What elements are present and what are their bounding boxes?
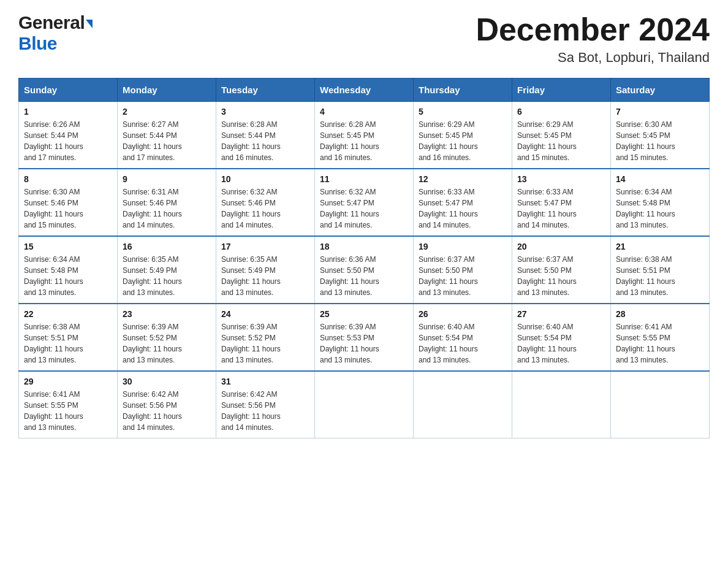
day-info: Sunrise: 6:30 AM Sunset: 5:45 PM Dayligh… xyxy=(616,119,704,163)
day-info: Sunrise: 6:32 AM Sunset: 5:46 PM Dayligh… xyxy=(221,186,309,231)
day-info: Sunrise: 6:40 AM Sunset: 5:54 PM Dayligh… xyxy=(419,321,507,366)
day-number: 5 xyxy=(419,107,507,117)
day-info: Sunrise: 6:42 AM Sunset: 5:56 PM Dayligh… xyxy=(221,389,309,433)
calendar-day-cell: 25 Sunrise: 6:39 AM Sunset: 5:53 PM Dayl… xyxy=(315,304,414,371)
calendar-day-cell: 30 Sunrise: 6:42 AM Sunset: 5:56 PM Dayl… xyxy=(118,371,216,439)
day-number: 15 xyxy=(24,242,112,251)
day-number: 19 xyxy=(419,242,507,251)
calendar-day-cell: 24 Sunrise: 6:39 AM Sunset: 5:52 PM Dayl… xyxy=(216,304,315,371)
day-number: 12 xyxy=(419,174,507,184)
calendar-day-cell xyxy=(611,371,710,439)
day-info: Sunrise: 6:32 AM Sunset: 5:47 PM Dayligh… xyxy=(320,186,408,231)
day-info: Sunrise: 6:38 AM Sunset: 5:51 PM Dayligh… xyxy=(616,254,704,298)
day-number: 6 xyxy=(517,107,605,117)
calendar-week-row: 1 Sunrise: 6:26 AM Sunset: 5:44 PM Dayli… xyxy=(19,102,710,169)
calendar-table: Sunday Monday Tuesday Wednesday Thursday… xyxy=(18,78,710,439)
day-info: Sunrise: 6:42 AM Sunset: 5:56 PM Dayligh… xyxy=(123,389,211,433)
calendar-week-row: 22 Sunrise: 6:38 AM Sunset: 5:51 PM Dayl… xyxy=(19,304,710,371)
day-info: Sunrise: 6:28 AM Sunset: 5:44 PM Dayligh… xyxy=(221,119,309,163)
day-number: 24 xyxy=(221,309,309,319)
header-thursday: Thursday xyxy=(414,79,512,102)
day-number: 8 xyxy=(24,174,112,184)
day-info: Sunrise: 6:34 AM Sunset: 5:48 PM Dayligh… xyxy=(616,186,704,231)
calendar-subtitle: Sa Bot, Lopburi, Thailand xyxy=(476,50,710,66)
day-info: Sunrise: 6:28 AM Sunset: 5:45 PM Dayligh… xyxy=(320,119,408,163)
calendar-header-row: Sunday Monday Tuesday Wednesday Thursday… xyxy=(19,79,710,102)
day-info: Sunrise: 6:29 AM Sunset: 5:45 PM Dayligh… xyxy=(517,119,605,163)
day-number: 29 xyxy=(24,377,112,386)
day-info: Sunrise: 6:39 AM Sunset: 5:52 PM Dayligh… xyxy=(221,321,309,366)
calendar-day-cell: 7 Sunrise: 6:30 AM Sunset: 5:45 PM Dayli… xyxy=(611,102,710,169)
day-info: Sunrise: 6:40 AM Sunset: 5:54 PM Dayligh… xyxy=(517,321,605,366)
day-number: 26 xyxy=(419,309,507,319)
day-number: 21 xyxy=(616,242,704,251)
day-number: 3 xyxy=(221,107,309,117)
day-info: Sunrise: 6:37 AM Sunset: 5:50 PM Dayligh… xyxy=(517,254,605,298)
calendar-day-cell: 3 Sunrise: 6:28 AM Sunset: 5:44 PM Dayli… xyxy=(216,102,315,169)
day-info: Sunrise: 6:41 AM Sunset: 5:55 PM Dayligh… xyxy=(616,321,704,366)
calendar-day-cell: 26 Sunrise: 6:40 AM Sunset: 5:54 PM Dayl… xyxy=(414,304,512,371)
day-info: Sunrise: 6:26 AM Sunset: 5:44 PM Dayligh… xyxy=(24,119,112,163)
calendar-day-cell: 27 Sunrise: 6:40 AM Sunset: 5:54 PM Dayl… xyxy=(512,304,611,371)
header-sunday: Sunday xyxy=(19,79,118,102)
day-number: 11 xyxy=(320,174,408,184)
logo-blue-text: Blue xyxy=(18,33,57,53)
calendar-day-cell: 20 Sunrise: 6:37 AM Sunset: 5:50 PM Dayl… xyxy=(512,236,611,304)
day-number: 10 xyxy=(221,174,309,184)
day-number: 17 xyxy=(221,242,309,251)
logo-arrow-icon xyxy=(86,20,93,28)
calendar-day-cell: 17 Sunrise: 6:35 AM Sunset: 5:49 PM Dayl… xyxy=(216,236,315,304)
day-number: 20 xyxy=(517,242,605,251)
day-info: Sunrise: 6:35 AM Sunset: 5:49 PM Dayligh… xyxy=(123,254,211,298)
header-tuesday: Tuesday xyxy=(216,79,315,102)
calendar-week-row: 29 Sunrise: 6:41 AM Sunset: 5:55 PM Dayl… xyxy=(19,371,710,439)
title-block: December 2024 Sa Bot, Lopburi, Thailand xyxy=(476,12,710,66)
day-number: 16 xyxy=(123,242,211,251)
calendar-week-row: 8 Sunrise: 6:30 AM Sunset: 5:46 PM Dayli… xyxy=(19,169,710,236)
day-info: Sunrise: 6:31 AM Sunset: 5:46 PM Dayligh… xyxy=(123,186,211,231)
day-info: Sunrise: 6:33 AM Sunset: 5:47 PM Dayligh… xyxy=(517,186,605,231)
calendar-day-cell: 22 Sunrise: 6:38 AM Sunset: 5:51 PM Dayl… xyxy=(19,304,118,371)
day-number: 9 xyxy=(123,174,211,184)
header-wednesday: Wednesday xyxy=(315,79,414,102)
calendar-day-cell xyxy=(414,371,512,439)
day-number: 25 xyxy=(320,309,408,319)
day-info: Sunrise: 6:35 AM Sunset: 5:49 PM Dayligh… xyxy=(221,254,309,298)
day-number: 7 xyxy=(616,107,704,117)
day-number: 1 xyxy=(24,107,112,117)
calendar-day-cell: 15 Sunrise: 6:34 AM Sunset: 5:48 PM Dayl… xyxy=(19,236,118,304)
calendar-day-cell: 11 Sunrise: 6:32 AM Sunset: 5:47 PM Dayl… xyxy=(315,169,414,236)
logo-general-text: General xyxy=(18,12,85,33)
calendar-day-cell xyxy=(315,371,414,439)
day-info: Sunrise: 6:39 AM Sunset: 5:53 PM Dayligh… xyxy=(320,321,408,366)
day-info: Sunrise: 6:34 AM Sunset: 5:48 PM Dayligh… xyxy=(24,254,112,298)
calendar-day-cell: 13 Sunrise: 6:33 AM Sunset: 5:47 PM Dayl… xyxy=(512,169,611,236)
day-number: 14 xyxy=(616,174,704,184)
calendar-day-cell: 23 Sunrise: 6:39 AM Sunset: 5:52 PM Dayl… xyxy=(118,304,216,371)
day-info: Sunrise: 6:38 AM Sunset: 5:51 PM Dayligh… xyxy=(24,321,112,366)
calendar-day-cell: 6 Sunrise: 6:29 AM Sunset: 5:45 PM Dayli… xyxy=(512,102,611,169)
header-saturday: Saturday xyxy=(611,79,710,102)
day-info: Sunrise: 6:41 AM Sunset: 5:55 PM Dayligh… xyxy=(24,389,112,433)
calendar-day-cell xyxy=(512,371,611,439)
calendar-day-cell: 4 Sunrise: 6:28 AM Sunset: 5:45 PM Dayli… xyxy=(315,102,414,169)
day-info: Sunrise: 6:37 AM Sunset: 5:50 PM Dayligh… xyxy=(419,254,507,298)
calendar-day-cell: 12 Sunrise: 6:33 AM Sunset: 5:47 PM Dayl… xyxy=(414,169,512,236)
day-number: 4 xyxy=(320,107,408,117)
calendar-title: December 2024 xyxy=(476,12,710,47)
day-info: Sunrise: 6:39 AM Sunset: 5:52 PM Dayligh… xyxy=(123,321,211,366)
day-number: 2 xyxy=(123,107,211,117)
calendar-day-cell: 21 Sunrise: 6:38 AM Sunset: 5:51 PM Dayl… xyxy=(611,236,710,304)
day-info: Sunrise: 6:30 AM Sunset: 5:46 PM Dayligh… xyxy=(24,186,112,231)
calendar-day-cell: 14 Sunrise: 6:34 AM Sunset: 5:48 PM Dayl… xyxy=(611,169,710,236)
day-info: Sunrise: 6:36 AM Sunset: 5:50 PM Dayligh… xyxy=(320,254,408,298)
logo: General Blue xyxy=(18,12,93,54)
calendar-day-cell: 9 Sunrise: 6:31 AM Sunset: 5:46 PM Dayli… xyxy=(118,169,216,236)
calendar-week-row: 15 Sunrise: 6:34 AM Sunset: 5:48 PM Dayl… xyxy=(19,236,710,304)
day-number: 23 xyxy=(123,309,211,319)
calendar-day-cell: 19 Sunrise: 6:37 AM Sunset: 5:50 PM Dayl… xyxy=(414,236,512,304)
day-info: Sunrise: 6:27 AM Sunset: 5:44 PM Dayligh… xyxy=(123,119,211,163)
day-number: 31 xyxy=(221,377,309,386)
day-number: 27 xyxy=(517,309,605,319)
header-friday: Friday xyxy=(512,79,611,102)
